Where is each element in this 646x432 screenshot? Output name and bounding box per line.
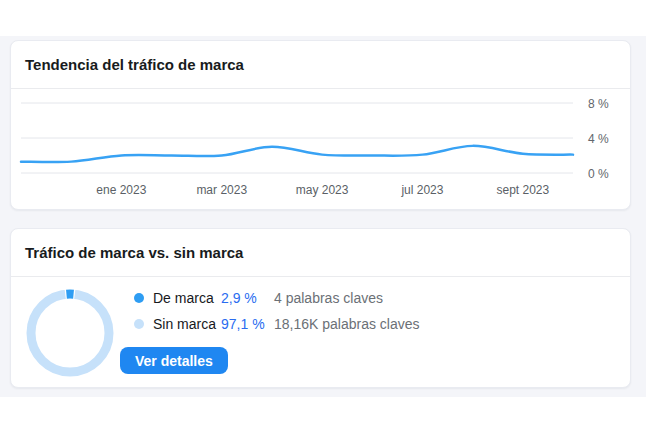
legend-row-de-marca: De marca 2,9 % 4 palabras claves [120, 285, 383, 311]
svg-text:jul 2023: jul 2023 [400, 183, 443, 197]
svg-text:may 2023: may 2023 [296, 183, 349, 197]
sin-marca-dot-icon [134, 319, 144, 329]
sin-marca-percentage-link[interactable]: 97,1 % [221, 316, 274, 332]
split-card-body: De marca 2,9 % 4 palabras claves Sin mar… [11, 277, 630, 377]
page-background: Tendencia del tráfico de marca 8 %4 %0 %… [0, 0, 646, 432]
ver-detalles-button[interactable]: Ver detalles [120, 347, 228, 374]
svg-text:sept 2023: sept 2023 [496, 183, 549, 197]
trend-card-title: Tendencia del tráfico de marca [25, 56, 244, 73]
trend-line-chart[interactable]: 8 %4 %0 %ene 2023mar 2023may 2023jul 202… [11, 89, 630, 209]
de-marca-label: De marca [153, 290, 221, 306]
svg-text:mar 2023: mar 2023 [196, 183, 247, 197]
split-card-title: Tráfico de marca vs. sin marca [25, 244, 243, 261]
svg-text:4 %: 4 % [588, 132, 609, 146]
donut-legend: De marca 2,9 % 4 palabras claves Sin mar… [120, 285, 420, 374]
svg-text:8 %: 8 % [588, 97, 609, 111]
sin-marca-keyword-count: 18,16K palabras claves [274, 316, 420, 332]
svg-text:0 %: 0 % [588, 167, 609, 181]
de-marca-dot-icon [134, 293, 144, 303]
svg-text:ene 2023: ene 2023 [96, 183, 146, 197]
brand-split-donut-chart[interactable] [26, 289, 114, 377]
legend-row-sin-marca: Sin marca 97,1 % 18,16K palabras claves [120, 311, 420, 337]
split-card-header: Tráfico de marca vs. sin marca [11, 229, 630, 277]
trend-card: Tendencia del tráfico de marca 8 %4 %0 %… [10, 40, 631, 210]
trend-card-header: Tendencia del tráfico de marca [11, 41, 630, 89]
de-marca-percentage-link[interactable]: 2,9 % [221, 290, 274, 306]
split-card: Tráfico de marca vs. sin marca De marca … [10, 228, 631, 388]
de-marca-keyword-count: 4 palabras claves [274, 290, 383, 306]
sin-marca-label: Sin marca [153, 316, 221, 332]
